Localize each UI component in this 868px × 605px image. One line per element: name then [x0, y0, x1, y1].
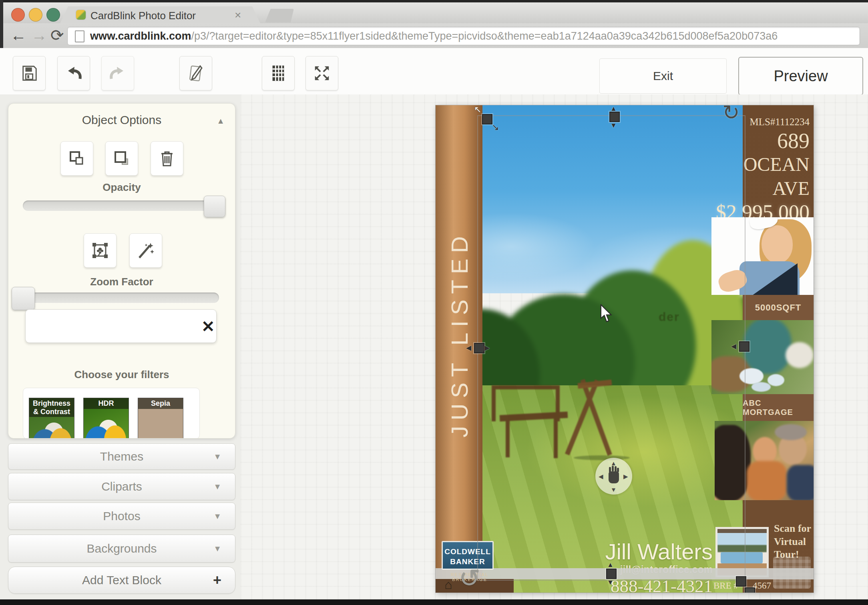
opacity-slider-handle[interactable] — [204, 196, 225, 217]
just-listed-text: JUST LISTED — [446, 231, 472, 438]
tab-close-icon[interactable]: × — [235, 9, 241, 22]
magic-wand-button[interactable] — [129, 233, 162, 268]
resize-handle-bottom-right[interactable] — [736, 576, 746, 587]
filter-brightness-contrast[interactable]: Brightness & Contrast — [29, 398, 74, 439]
mouse-cursor — [600, 304, 613, 323]
add-text-block-label: Add Text Block — [82, 573, 161, 587]
tab-title: CardBlink Photo Editor — [90, 10, 196, 22]
send-backward-icon — [112, 149, 131, 168]
filter-label: Sepia — [138, 398, 183, 409]
sidebar-item-themes[interactable]: Themes ▼ — [8, 443, 235, 470]
preview-label: Preview — [774, 68, 828, 85]
scan-virtual-tour-text: Scan for Virtual Tour! — [774, 522, 812, 561]
plus-icon: + — [213, 572, 221, 589]
cliparts-label: Cliparts — [101, 480, 142, 493]
hand-icon — [609, 471, 619, 483]
flyer-document[interactable]: der JUST LISTED MLS#1112234 689 OCEAN AV… — [436, 105, 814, 593]
preview-button[interactable]: Preview — [738, 57, 863, 95]
sidebar-item-photos[interactable]: Photos ▼ — [8, 503, 235, 530]
new-tab-button[interactable] — [265, 9, 294, 22]
clear-field-icon[interactable]: ✕ — [201, 317, 215, 336]
collapse-icon[interactable]: ▲ — [217, 116, 225, 126]
save-button[interactable] — [13, 56, 46, 90]
forward-icon[interactable]: → — [31, 25, 47, 46]
arrow-up-icon: ▲ — [607, 561, 614, 568]
object-options-title: Object Options — [8, 113, 235, 127]
bring-forward-icon — [67, 149, 86, 168]
mortgage-label: ABC MORTGAGE — [743, 399, 814, 417]
selection-rectangle — [477, 115, 745, 581]
exit-label: Exit — [653, 69, 673, 83]
cardblink-favicon — [76, 10, 86, 20]
photos-label: Photos — [103, 509, 140, 523]
window-edge-bottom — [0, 599, 868, 605]
delete-object-button[interactable] — [151, 141, 183, 176]
zoom-factor-label: Zoom Factor — [8, 276, 235, 288]
back-icon[interactable]: ← — [10, 25, 26, 46]
arrow-down-icon: ▼ — [610, 122, 617, 129]
resize-handle-top-left[interactable] — [482, 114, 492, 124]
sqft-band: 5000SQFT — [743, 295, 814, 320]
sidebar-item-backgrounds[interactable]: Backgrounds ▼ — [8, 535, 235, 563]
pencil-icon — [186, 64, 205, 83]
filter-value-input[interactable] — [25, 309, 217, 343]
opacity-label: Opacity — [8, 181, 235, 194]
rotate-handle-bottom-left[interactable]: ↺ — [459, 565, 480, 591]
undo-button[interactable] — [57, 56, 90, 90]
sidebar-item-cliparts[interactable]: Cliparts ▼ — [8, 473, 235, 500]
chevron-down-icon: ▼ — [213, 452, 221, 461]
zoom-window-button[interactable] — [46, 8, 60, 22]
browser-tab[interactable]: CardBlink Photo Editor × — [60, 6, 260, 23]
arrow-right-icon: ▶ — [623, 473, 628, 479]
exit-button[interactable]: Exit — [599, 58, 727, 94]
image-frame-button[interactable] — [84, 233, 117, 268]
resize-se-arrow-icon[interactable]: ↘ — [492, 123, 499, 132]
app-window: CardBlink Photo Editor × ← → ⟳ www.cardb… — [0, 0, 868, 605]
filter-label: HDR — [84, 398, 129, 409]
grid-icon — [269, 64, 287, 82]
resize-handle-middle-right[interactable] — [739, 341, 749, 352]
add-text-block-button[interactable]: Add Text Block + — [8, 567, 235, 594]
url-path: /p3/?target=editor&type=85x11flyer1sided… — [191, 30, 778, 42]
url-domain: www.cardblink.com — [90, 30, 191, 42]
arrow-down-icon: ▼ — [611, 487, 617, 493]
window-edge-left — [0, 0, 3, 49]
arrow-left-icon: ◀ — [731, 343, 736, 350]
filter-label: Brightness & Contrast — [29, 398, 74, 417]
grid-button[interactable] — [262, 56, 295, 90]
fullscreen-button[interactable] — [305, 56, 338, 90]
refresh-icon[interactable]: ⟳ — [50, 25, 64, 46]
filters-box: Brightness & Contrast HDR Sepia — [23, 388, 200, 439]
resize-handle-bottom-center[interactable] — [606, 569, 617, 579]
edit-button[interactable] — [179, 56, 212, 90]
sqft-label: 5000SQFT — [755, 302, 802, 313]
backgrounds-label: Backgrounds — [86, 542, 157, 555]
minimize-window-button[interactable] — [29, 8, 42, 22]
rotate-handle-top-right[interactable]: ↻ — [722, 105, 740, 123]
arrow-up-icon: ▲ — [611, 460, 617, 466]
filter-hdr[interactable]: HDR — [83, 398, 129, 439]
move-handle[interactable]: ▲ ▼ ◀ ▶ — [595, 458, 632, 495]
resize-nw-arrow-icon[interactable]: ↖ — [474, 105, 481, 114]
zoom-slider-handle[interactable] — [12, 287, 35, 310]
bring-forward-button[interactable] — [60, 141, 93, 176]
chevron-down-icon: ▼ — [213, 482, 221, 491]
zoom-slider-track[interactable] — [16, 292, 219, 303]
arrow-up-icon: ▲ — [610, 105, 617, 112]
themes-label: Themes — [100, 450, 143, 463]
send-backward-button[interactable] — [105, 141, 138, 176]
url-bar[interactable]: www.cardblink.com/p3/?target=editor&type… — [67, 27, 860, 45]
chevron-down-icon: ▼ — [213, 512, 221, 521]
object-options-panel: Object Options ▲ Opacity Zoom Factor — [8, 103, 235, 439]
bre-number: 4567 — [753, 581, 771, 591]
arrow-left-icon: ◀ — [599, 473, 603, 479]
opacity-slider-track[interactable] — [23, 200, 223, 211]
resize-handle-middle-left[interactable] — [474, 343, 484, 353]
close-window-button[interactable] — [11, 8, 25, 22]
expand-icon — [313, 64, 331, 82]
editor-canvas[interactable]: der JUST LISTED MLS#1112234 689 OCEAN AV… — [240, 94, 868, 599]
resize-handle-top-center[interactable] — [609, 112, 620, 122]
resize-handle-bottom-right-2[interactable] — [745, 587, 755, 593]
redo-button[interactable] — [101, 56, 134, 90]
filter-sepia[interactable]: Sepia — [138, 398, 183, 439]
